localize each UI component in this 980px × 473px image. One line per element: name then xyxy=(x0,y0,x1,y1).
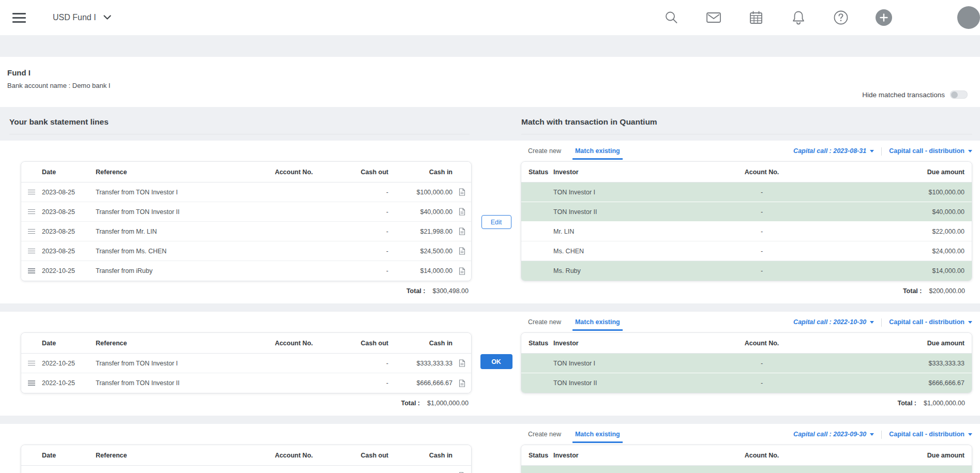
action-gutter xyxy=(472,429,521,473)
column-header-status: Status xyxy=(521,340,546,347)
drag-handle-icon[interactable] xyxy=(28,361,35,366)
reconciliation-section: DateReferenceAccount No.Cash outCash in2… xyxy=(0,312,980,416)
column-header-status: Status xyxy=(521,169,546,176)
match-total-value: $200,000.00 xyxy=(929,287,965,296)
cell-due-amount: $100,000.00 xyxy=(870,189,972,196)
drag-handle-icon[interactable] xyxy=(28,190,35,195)
column-header-reference: Reference xyxy=(96,340,235,347)
match-transaction-row[interactable]: TON Investor I-$100,000.00 xyxy=(521,182,972,202)
cell-acount-no: - xyxy=(653,360,870,367)
cell-date: 2023-08-25 xyxy=(42,248,96,255)
column-header-status: Status xyxy=(521,452,546,459)
drag-handle-cell xyxy=(21,209,42,215)
topbar-icons xyxy=(664,6,980,29)
cell-date: 2023-08-25 xyxy=(42,228,96,235)
match-transaction-row[interactable]: Ms. CHEN-$24,000.00 xyxy=(521,241,972,261)
cell-cash-in: $24,500.00 xyxy=(388,248,453,255)
document-icon xyxy=(459,247,465,255)
column-header-cash-out: Cash out xyxy=(313,169,388,176)
total-label: Total : xyxy=(897,400,916,408)
drag-handle-cell xyxy=(21,190,42,195)
tab-create-new[interactable]: Create new xyxy=(528,318,561,326)
match-transaction-column: Create newMatch existingCapital call : 2… xyxy=(521,317,972,408)
capital-call-dropdown[interactable]: Capital call : 2022-10-30 xyxy=(793,318,874,326)
document-attachment[interactable] xyxy=(453,359,471,367)
match-transaction-row[interactable]: TON Investor II-$40,000.00 xyxy=(521,202,972,222)
bank-statement-column: DateReferenceAccount No.Cash outCash in2… xyxy=(21,146,472,296)
bank-statement-row: 2023-08-25Transfer from TON Investor I-$… xyxy=(21,182,471,202)
match-total-row: Total :$1,000,000.00 xyxy=(521,400,972,408)
cell-cash-in: $333,333.33 xyxy=(388,360,453,367)
bank-statement-table: DateReferenceAccount No.Cash outCash in2… xyxy=(21,445,472,473)
cell-cash-out: - xyxy=(313,248,388,255)
column-header-reference: Reference xyxy=(96,169,235,176)
match-transaction-row[interactable]: Mr. LIN-$22,000.00 xyxy=(521,222,972,241)
add-icon[interactable] xyxy=(876,9,892,26)
drag-handle-icon[interactable] xyxy=(28,229,35,234)
match-total-row: Total :$200,000.00 xyxy=(521,287,972,296)
cell-investor: Ms. CHEN xyxy=(546,248,653,255)
match-transaction-table: StatusInvestorAcount No.Due amountTON In… xyxy=(521,332,972,393)
hide-matched-toggle[interactable] xyxy=(950,90,968,99)
cell-investor: TON Investor I xyxy=(546,189,653,196)
fund-selector-label: USD Fund I xyxy=(53,13,96,22)
tab-create-new[interactable]: Create new xyxy=(528,147,561,155)
edit-button[interactable]: Edit xyxy=(481,215,511,229)
distribution-dropdown[interactable]: Capital call - distribution xyxy=(889,147,972,155)
cell-cash-out: - xyxy=(313,267,388,274)
drag-handle-icon[interactable] xyxy=(28,249,35,254)
column-header-cash-out: Cash out xyxy=(313,452,388,459)
capital-call-dropdown[interactable]: Capital call : 2023-09-30 xyxy=(793,430,874,438)
tab-match-existing[interactable]: Match existing xyxy=(572,318,623,331)
search-icon[interactable] xyxy=(664,10,679,25)
match-transaction-row[interactable]: TON Investor I-$333,333.33 xyxy=(521,354,972,373)
tab-create-new[interactable]: Create new xyxy=(528,430,561,438)
bank-total-row: Total :$1,000,000.00 xyxy=(21,400,472,408)
match-transaction-row[interactable]: Investment Portrait Limited$1,500,000.00 xyxy=(521,466,972,473)
distribution-dropdown[interactable]: Capital call - distribution xyxy=(889,430,972,438)
match-toolbar: Create newMatch existingCapital call : 2… xyxy=(521,146,972,161)
capital-call-dropdown[interactable]: Capital call : 2023-08-31 xyxy=(793,147,874,155)
cell-acount-no: - xyxy=(653,379,870,387)
fund-selector[interactable]: USD Fund I xyxy=(53,13,111,22)
ok-button[interactable]: OK xyxy=(480,354,512,369)
column-header-account-no: Account No. xyxy=(235,340,313,347)
tab-match-existing[interactable]: Match existing xyxy=(572,430,623,443)
cell-date: 2023-08-25 xyxy=(42,189,96,196)
hide-matched-toggle-label: Hide matched transactions xyxy=(862,91,945,99)
cell-cash-in: $14,000.00 xyxy=(388,267,453,274)
distribution-dropdown[interactable]: Capital call - distribution xyxy=(889,318,972,326)
document-icon xyxy=(459,359,465,367)
match-table-header-row: StatusInvestorAcount No.Due amount xyxy=(521,445,972,466)
drag-handle-icon[interactable] xyxy=(28,268,35,273)
document-attachment[interactable] xyxy=(453,247,471,255)
column-header-acount-no: Acount No. xyxy=(653,452,870,459)
match-transaction-row[interactable]: TON Investor II-$666,666.67 xyxy=(521,373,972,393)
document-attachment[interactable] xyxy=(453,267,471,275)
calendar-icon[interactable] xyxy=(748,10,764,25)
document-attachment[interactable] xyxy=(453,379,471,387)
cell-reference: Transfer from Mr. LIN xyxy=(96,228,235,235)
document-attachment[interactable] xyxy=(453,227,471,235)
drag-handle-cell xyxy=(21,361,42,366)
chevron-down-icon xyxy=(870,321,874,324)
bank-statement-column: DateReferenceAccount No.Cash outCash in2… xyxy=(21,429,472,473)
match-transaction-row[interactable]: Ms. Ruby-$14,000.00 xyxy=(521,261,972,281)
help-icon[interactable] xyxy=(833,10,849,25)
tab-match-existing[interactable]: Match existing xyxy=(572,147,623,160)
notifications-icon[interactable] xyxy=(791,10,806,25)
match-transaction-column: Create newMatch existingCapital call : 2… xyxy=(521,429,972,473)
drag-handle-icon[interactable] xyxy=(28,209,35,215)
mail-icon[interactable] xyxy=(706,10,721,25)
cell-investor: Mr. LIN xyxy=(546,228,653,235)
drag-handle-icon[interactable] xyxy=(28,380,35,386)
match-toolbar: Create newMatch existingCapital call : 2… xyxy=(521,429,972,445)
document-attachment[interactable] xyxy=(453,208,471,216)
avatar[interactable] xyxy=(957,6,980,29)
column-header-investor: Investor xyxy=(546,452,653,459)
bank-statement-table: DateReferenceAccount No.Cash outCash in2… xyxy=(21,332,472,393)
menu-icon[interactable] xyxy=(12,13,26,23)
document-attachment[interactable] xyxy=(453,188,471,196)
total-label: Total : xyxy=(401,400,420,408)
action-gutter: Edit xyxy=(472,146,521,296)
